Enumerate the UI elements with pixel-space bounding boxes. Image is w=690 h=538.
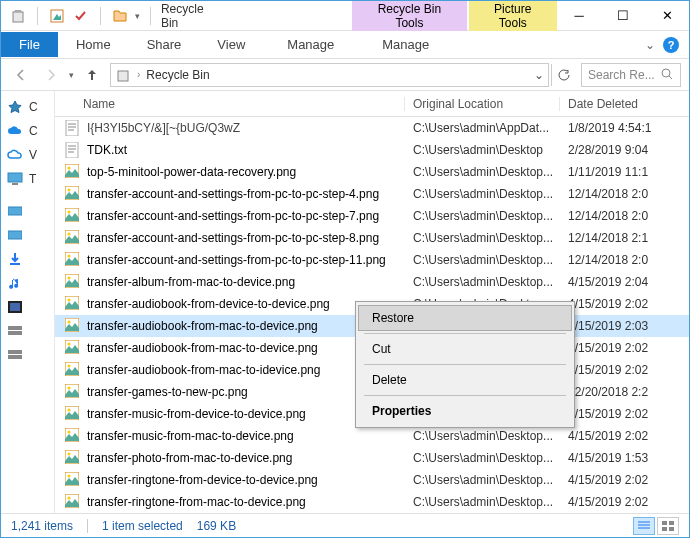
svg-point-39 [68, 409, 71, 412]
forward-button[interactable] [39, 63, 63, 87]
menu-restore[interactable]: Restore [358, 305, 572, 331]
address-dropdown-icon[interactable]: ⌄ [534, 68, 544, 82]
file-location: C:\Users\admin\Desktop... [405, 495, 560, 509]
file-icon [65, 406, 81, 422]
manage-tab-1[interactable]: Manage [263, 32, 358, 57]
file-icon [65, 164, 81, 180]
file-location: C:\Users\admin\Desktop... [405, 275, 560, 289]
table-row[interactable]: transfer-ringtone-from-device-to-device.… [55, 469, 689, 491]
table-row[interactable]: transfer-account-and-settings-from-pc-to… [55, 227, 689, 249]
properties-icon[interactable] [48, 7, 66, 25]
sidebar-item[interactable] [1, 271, 54, 295]
download-icon [7, 251, 23, 267]
maximize-button[interactable]: ☐ [601, 1, 645, 31]
svg-point-25 [68, 255, 71, 258]
minimize-button[interactable]: ─ [557, 1, 601, 31]
file-name: transfer-audiobook-from-device-to-device… [87, 297, 330, 311]
view-tab[interactable]: View [199, 32, 263, 57]
table-row[interactable]: transfer-photo-from-mac-to-device.pngC:\… [55, 447, 689, 469]
manage-tab-2[interactable]: Manage [358, 32, 453, 57]
table-row[interactable]: TDK.txtC:\Users\admin\Desktop2/28/2019 9… [55, 139, 689, 161]
table-row[interactable]: I{H3YI5bCY/&][~{bUG/Q3wZC:\Users\admin\A… [55, 117, 689, 139]
svg-point-27 [68, 277, 71, 280]
svg-rect-15 [66, 142, 78, 158]
file-date: 4/15/2019 2:02 [560, 341, 689, 355]
menu-properties[interactable]: Properties [358, 398, 572, 424]
history-dropdown-icon[interactable]: ▾ [69, 70, 74, 80]
content-area: CCVT Name Original Location Date Deleted… [1, 91, 689, 513]
sidebar-item[interactable]: C [1, 95, 54, 119]
sidebar-item[interactable]: V [1, 143, 54, 167]
close-button[interactable]: ✕ [645, 1, 689, 31]
status-bar: 1,241 items 1 item selected 169 KB [1, 513, 689, 537]
back-button[interactable] [9, 63, 33, 87]
table-row[interactable]: transfer-music-from-mac-to-device.pngC:\… [55, 425, 689, 447]
home-tab[interactable]: Home [58, 32, 129, 57]
file-name: transfer-album-from-mac-to-device.png [87, 275, 295, 289]
context-menu: Restore Cut Delete Properties [355, 301, 575, 428]
svg-rect-12 [8, 350, 22, 354]
file-name: top-5-minitool-power-data-recovery.png [87, 165, 296, 179]
svg-point-47 [68, 497, 71, 500]
file-date: 4/15/2019 1:53 [560, 451, 689, 465]
column-date[interactable]: Date Deleted [560, 97, 689, 111]
file-tab[interactable]: File [1, 32, 58, 57]
share-tab[interactable]: Share [129, 32, 200, 57]
sidebar-item[interactable] [1, 247, 54, 271]
table-row[interactable]: transfer-account-and-settings-from-pc-to… [55, 249, 689, 271]
details-view-button[interactable] [633, 517, 655, 535]
sidebar-item[interactable]: T [1, 167, 54, 191]
svg-point-31 [68, 321, 71, 324]
svg-rect-9 [10, 303, 20, 311]
column-location[interactable]: Original Location [405, 97, 560, 111]
sidebar-item[interactable]: C [1, 119, 54, 143]
file-icon [65, 252, 81, 268]
checkmark-icon[interactable] [72, 7, 90, 25]
file-location: C:\Users\admin\Desktop... [405, 231, 560, 245]
sidebar-item[interactable] [1, 199, 54, 223]
separator [364, 395, 566, 396]
table-row[interactable]: transfer-album-from-mac-to-device.pngC:\… [55, 271, 689, 293]
navigation-pane[interactable]: CCVT [1, 91, 55, 513]
refresh-button[interactable] [551, 64, 575, 86]
column-headers: Name Original Location Date Deleted [55, 91, 689, 117]
qat-dropdown-icon[interactable]: ▾ [135, 11, 140, 21]
table-row[interactable]: transfer-account-and-settings-from-pc-to… [55, 205, 689, 227]
up-button[interactable] [80, 63, 104, 87]
svg-rect-52 [662, 527, 667, 531]
column-name[interactable]: Name [55, 97, 405, 111]
file-icon [65, 384, 81, 400]
search-input[interactable]: Search Re... [581, 63, 681, 87]
file-name: transfer-music-from-device-to-device.png [87, 407, 306, 421]
table-row[interactable]: transfer-account-and-settings-from-pc-to… [55, 183, 689, 205]
address-text[interactable]: Recycle Bin [146, 68, 528, 82]
file-location: C:\Users\admin\Desktop... [405, 253, 560, 267]
quick-access-toolbar: ▾ Recycle Bin [1, 2, 232, 30]
icons-view-button[interactable] [657, 517, 679, 535]
star-icon [7, 99, 23, 115]
file-location: C:\Users\admin\AppDat... [405, 121, 560, 135]
file-name: transfer-account-and-settings-from-pc-to… [87, 209, 379, 223]
table-row[interactable]: transfer-ringtone-from-mac-to-device.png… [55, 491, 689, 513]
cloud-icon [7, 123, 23, 139]
recycle-bin-tools-tab[interactable]: Recycle Bin Tools [352, 0, 466, 34]
sidebar-item[interactable] [1, 223, 54, 247]
sidebar-item[interactable] [1, 295, 54, 319]
file-location: C:\Users\admin\Desktop... [405, 473, 560, 487]
menu-cut[interactable]: Cut [358, 336, 572, 362]
breadcrumb-chevron-icon[interactable]: › [137, 69, 140, 80]
ribbon-expand-icon[interactable]: ⌄ [645, 38, 655, 52]
table-row[interactable]: top-5-minitool-power-data-recovery.pngC:… [55, 161, 689, 183]
menu-delete[interactable]: Delete [358, 367, 572, 393]
sidebar-item[interactable] [1, 319, 54, 343]
file-date: 12/14/2018 2:0 [560, 253, 689, 267]
picture-tools-tab[interactable]: Picture Tools [469, 0, 557, 34]
address-bar[interactable]: › Recycle Bin ⌄ [110, 63, 549, 87]
new-folder-icon[interactable] [111, 7, 129, 25]
file-name: transfer-audiobook-from-mac-to-idevice.p… [87, 363, 320, 377]
help-icon[interactable]: ? [663, 37, 679, 53]
file-date: 12/14/2018 2:1 [560, 231, 689, 245]
file-date: 4/15/2019 2:02 [560, 495, 689, 509]
sidebar-item[interactable] [1, 343, 54, 367]
window-title: Recycle Bin [161, 2, 224, 30]
